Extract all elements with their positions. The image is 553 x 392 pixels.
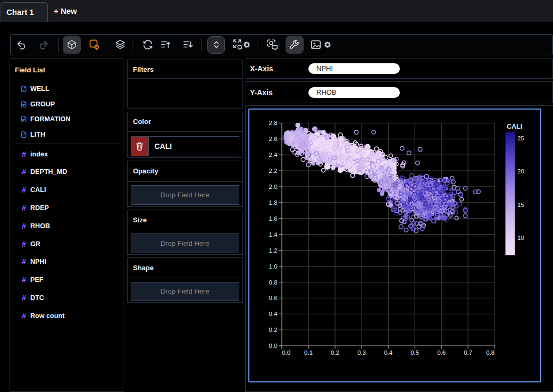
svg-text:15: 15 (517, 202, 524, 208)
svg-text:0.0: 0.0 (282, 349, 290, 356)
svg-text:20: 20 (517, 168, 524, 174)
svg-text:0.6: 0.6 (437, 349, 446, 356)
svg-text:1.8: 1.8 (269, 199, 278, 206)
svg-text:0.2: 0.2 (269, 327, 278, 333)
svg-text:1.2: 1.2 (269, 247, 278, 254)
svg-text:2.0: 2.0 (269, 184, 278, 190)
svg-text:0.4: 0.4 (384, 349, 393, 356)
svg-text:0.1: 0.1 (304, 349, 313, 356)
svg-text:25: 25 (517, 135, 524, 141)
svg-text:0.8: 0.8 (486, 349, 495, 356)
svg-text:2.4: 2.4 (269, 152, 278, 158)
svg-text:0.5: 0.5 (410, 349, 419, 356)
svg-text:1.6: 1.6 (269, 215, 278, 222)
svg-text:0.4: 0.4 (269, 311, 278, 317)
svg-text:2.8: 2.8 (269, 120, 278, 126)
svg-text:0.7: 0.7 (464, 349, 472, 356)
svg-text:10: 10 (517, 235, 524, 241)
svg-text:0.8: 0.8 (269, 279, 278, 286)
svg-text:1.4: 1.4 (269, 231, 278, 238)
svg-text:2.2: 2.2 (269, 168, 278, 174)
svg-text:0.0: 0.0 (269, 343, 278, 349)
svg-text:0.3: 0.3 (357, 349, 366, 356)
svg-text:0.2: 0.2 (331, 349, 339, 356)
svg-text:1.0: 1.0 (269, 263, 278, 270)
svg-text:CALI: CALI (507, 123, 522, 130)
svg-text:2.6: 2.6 (269, 136, 278, 142)
svg-text:0.6: 0.6 (269, 295, 278, 301)
